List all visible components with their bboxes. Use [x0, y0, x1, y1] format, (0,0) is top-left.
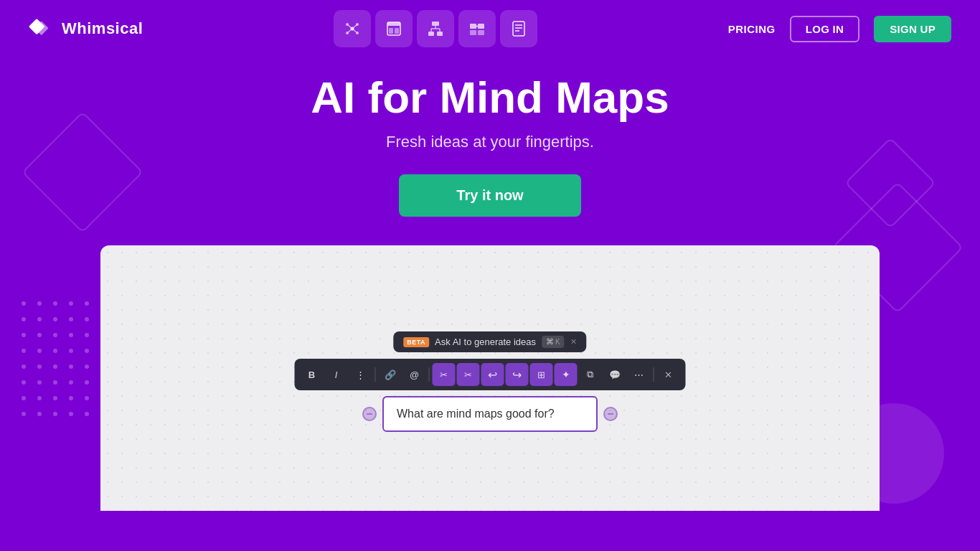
- nav-docs-btn[interactable]: [500, 10, 537, 47]
- comment-btn[interactable]: 💬: [603, 363, 626, 386]
- svg-rect-27: [513, 22, 524, 36]
- login-button[interactable]: LOG IN: [790, 16, 859, 42]
- docs-icon: [510, 20, 527, 37]
- brand-name: Whimsical: [62, 19, 143, 38]
- ai-shortcut: ⌘ K: [542, 336, 565, 348]
- node-input[interactable]: What are mind maps good for?: [382, 396, 598, 432]
- node-container: What are mind maps good for?: [362, 396, 618, 432]
- hero-section: (function(){ const container = document.…: [0, 57, 980, 511]
- logo-area[interactable]: Whimsical: [29, 16, 143, 42]
- ai-tooltip: BETA Ask AI to generate ideas ⌘ K ✕: [393, 331, 586, 352]
- decorative-diamond-left: [22, 111, 143, 233]
- close-toolbar-btn[interactable]: ✕: [657, 363, 680, 386]
- svg-rect-22: [470, 24, 476, 29]
- beta-badge: BETA: [403, 337, 429, 347]
- svg-rect-17: [437, 32, 443, 36]
- curve-left-btn[interactable]: ↩: [481, 363, 504, 386]
- svg-rect-14: [395, 28, 399, 34]
- link-btn[interactable]: 🔗: [379, 363, 402, 386]
- nav-wireframe-btn[interactable]: [375, 10, 413, 47]
- italic-btn[interactable]: I: [325, 363, 348, 386]
- formatting-toolbar: B I ⋮ 🔗 @ ✂ ✂ ↩ ↪ ⊞ ✦ ⧉ 💬 ⋯ ✕: [295, 359, 686, 390]
- duplicate-btn[interactable]: ⧉: [579, 363, 602, 386]
- left-connector[interactable]: [362, 407, 377, 421]
- svg-line-8: [347, 29, 352, 33]
- hero-subtitle: Fresh ideas at your fingertips.: [0, 133, 980, 151]
- try-now-button[interactable]: Try it now: [399, 174, 580, 217]
- toolbar-divider-1: [375, 367, 376, 382]
- bold-btn[interactable]: B: [301, 363, 324, 386]
- nav-sticky-btn[interactable]: [458, 10, 496, 47]
- svg-rect-16: [428, 32, 434, 36]
- wireframe-icon: [385, 20, 402, 37]
- pricing-link[interactable]: PRICING: [728, 23, 776, 35]
- svg-line-10: [352, 29, 357, 33]
- hero-title: AI for Mind Maps: [0, 72, 980, 123]
- mindmap-icon: [344, 20, 361, 37]
- nav-right: PRICING LOG IN SIGN UP: [728, 16, 951, 42]
- more-btn[interactable]: ⋮: [349, 363, 372, 386]
- svg-rect-12: [387, 22, 400, 26]
- svg-line-7: [347, 24, 352, 29]
- toolbar-divider-2: [429, 367, 430, 382]
- nav-icons: [334, 10, 537, 47]
- svg-line-9: [352, 24, 357, 29]
- nav-flowchart-btn[interactable]: [417, 10, 454, 47]
- ai-close-btn[interactable]: ✕: [570, 337, 577, 347]
- mention-btn[interactable]: @: [403, 363, 426, 386]
- logo-icon: [29, 16, 55, 42]
- curve-right-btn[interactable]: ↪: [506, 363, 529, 386]
- toolbar-divider-3: [654, 367, 654, 382]
- overflow-btn[interactable]: ⋯: [628, 363, 651, 386]
- flowchart-icon: [427, 20, 444, 37]
- svg-rect-15: [432, 22, 439, 26]
- signup-button[interactable]: SIGN UP: [874, 16, 951, 42]
- cut-btn[interactable]: ✂: [457, 363, 480, 386]
- nav-mindmap-btn[interactable]: [334, 10, 371, 47]
- demo-area: BETA Ask AI to generate ideas ⌘ K ✕ B I …: [100, 245, 880, 511]
- svg-rect-24: [470, 30, 476, 35]
- svg-rect-23: [478, 24, 484, 29]
- ai-tooltip-text: Ask AI to generate ideas: [435, 336, 536, 347]
- grid-btn[interactable]: ⊞: [530, 363, 553, 386]
- scissors-btn[interactable]: ✂: [433, 363, 456, 386]
- sticky-icon: [468, 20, 486, 37]
- right-connector[interactable]: [603, 407, 618, 421]
- svg-rect-13: [389, 28, 393, 34]
- ai-magic-btn[interactable]: ✦: [555, 363, 578, 386]
- svg-rect-25: [478, 30, 484, 35]
